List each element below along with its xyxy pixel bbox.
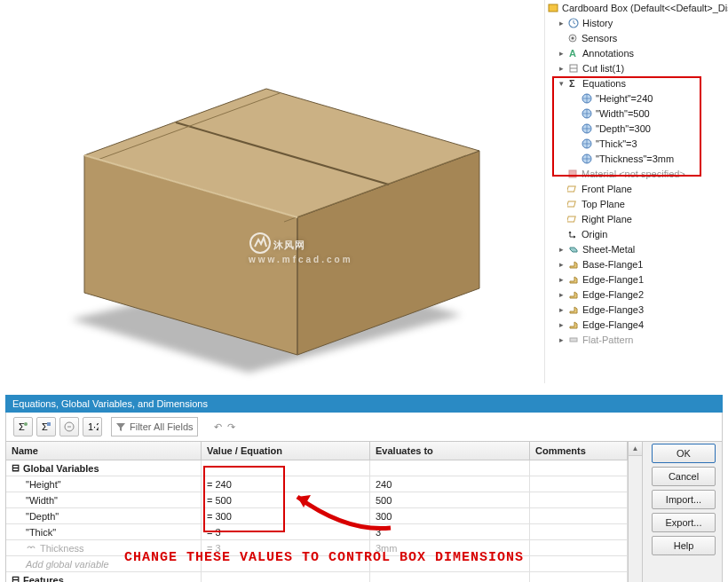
svg-rect-31 — [47, 422, 51, 426]
eq-view3-button[interactable] — [59, 417, 79, 436]
flatpattern-icon — [567, 334, 580, 346]
svg-point-13 — [572, 36, 574, 39]
import-button[interactable]: Import... — [652, 490, 716, 509]
chevron-icon[interactable]: ▸ — [558, 320, 566, 329]
svg-text:Σ: Σ — [19, 421, 25, 432]
svg-rect-27 — [570, 338, 577, 342]
cutlist-icon — [567, 62, 580, 75]
sheetmetal-icon — [567, 243, 580, 256]
chevron-icon[interactable]: ▸ — [558, 49, 566, 58]
link-icon — [26, 544, 36, 553]
row-height-comment[interactable] — [530, 476, 628, 492]
tree-sensors[interactable]: Sensors — [582, 33, 617, 43]
annotations-icon: A — [567, 47, 580, 59]
plane-icon — [566, 213, 579, 225]
tree-annotations[interactable]: Annotations — [582, 48, 634, 59]
scrollbar[interactable]: ▲ — [628, 442, 642, 582]
svg-rect-26 — [567, 216, 575, 222]
tree-edge-flange1[interactable]: Edge-Flange1 — [582, 274, 644, 285]
plane-icon — [566, 198, 579, 210]
chevron-icon[interactable]: ▸ — [558, 260, 566, 269]
tree-right-plane[interactable]: Right Plane — [582, 214, 632, 224]
flange-icon — [567, 303, 580, 316]
box-render — [0, 0, 544, 383]
dialog-buttons: OK Cancel Import... Export... Help — [652, 444, 716, 555]
export-button[interactable]: Export... — [652, 513, 716, 532]
svg-rect-10 — [549, 4, 558, 12]
col-name[interactable]: Name — [6, 442, 202, 460]
sensors-icon — [566, 32, 579, 44]
chevron-icon[interactable]: ▸ — [558, 245, 566, 254]
highlight-equations — [552, 76, 701, 177]
plane-icon — [566, 183, 579, 195]
row-depth-comment[interactable] — [530, 508, 628, 524]
feature-tree[interactable]: Cardboard Box (Default<<Default>_Displa … — [544, 0, 728, 383]
highlight-values — [203, 466, 285, 532]
row-height-name[interactable]: "Height" — [6, 476, 202, 492]
flange-icon — [567, 273, 580, 286]
filter-icon — [115, 421, 126, 432]
row-depth-name[interactable]: "Depth" — [6, 508, 202, 524]
chevron-icon[interactable]: ▸ — [558, 275, 566, 284]
svg-text:A: A — [569, 48, 576, 59]
panel-title: Equations, Global Variables, and Dimensi… — [5, 395, 723, 413]
row-thickness-comment[interactable] — [530, 540, 628, 556]
origin-icon — [566, 228, 579, 240]
row-width-comment[interactable] — [530, 492, 628, 508]
chevron-icon[interactable]: ▸ — [558, 335, 566, 344]
tree-base-flange[interactable]: Base-Flange1 — [582, 259, 644, 270]
panel-toolbar: Σ Σ 1·2 Filter All Fields ↶ ↷ — [5, 413, 723, 442]
sect-features[interactable]: Features — [23, 575, 64, 583]
tree-cutlist[interactable]: Cut list(1) — [582, 63, 624, 74]
svg-rect-25 — [567, 201, 575, 207]
ok-button[interactable]: OK — [652, 444, 716, 463]
eq-view2-button[interactable]: Σ — [36, 417, 56, 436]
help-button[interactable]: Help — [652, 536, 716, 555]
col-eval[interactable]: Evaluates to — [370, 442, 530, 460]
row-width-name[interactable]: "Width" — [6, 492, 202, 508]
eq-view4-button[interactable]: 1·2 — [83, 417, 102, 436]
eq-view1-button[interactable]: Σ — [13, 417, 33, 436]
flange-icon — [567, 319, 580, 331]
chevron-icon[interactable]: ▸ — [558, 19, 566, 28]
history-icon — [567, 17, 580, 29]
filter-input[interactable]: Filter All Fields — [111, 417, 198, 436]
tree-history[interactable]: History — [582, 18, 613, 28]
row-thick-name[interactable]: "Thick" — [6, 524, 202, 540]
col-value[interactable]: Value / Equation — [202, 442, 370, 460]
tree-front-plane[interactable]: Front Plane — [582, 184, 632, 194]
tree-origin[interactable]: Origin — [582, 229, 607, 240]
svg-point-29 — [24, 422, 28, 426]
flange-icon — [567, 258, 580, 271]
cancel-button[interactable]: Cancel — [652, 467, 716, 486]
row-thick-comment[interactable] — [530, 524, 628, 540]
svg-rect-24 — [567, 186, 575, 192]
tree-sheetmetal[interactable]: Sheet-Metal — [582, 244, 635, 255]
chevron-icon[interactable]: ▸ — [558, 290, 566, 299]
row-thickness-name[interactable]: Thickness — [40, 543, 84, 554]
tree-edge-flange3[interactable]: Edge-Flange3 — [582, 304, 644, 315]
svg-text:Σ: Σ — [42, 421, 48, 432]
scroll-up-icon[interactable]: ▲ — [629, 442, 642, 456]
flange-icon — [567, 288, 580, 301]
redo-icon[interactable]: ↷ — [227, 421, 235, 433]
col-comments[interactable]: Comments — [530, 442, 628, 460]
chevron-icon[interactable]: ▸ — [558, 305, 566, 314]
svg-text:1·2: 1·2 — [88, 421, 99, 432]
part-icon — [547, 2, 559, 14]
callout-arrow-icon — [284, 479, 400, 541]
filter-placeholder: Filter All Fields — [130, 421, 194, 432]
callout-text: CHANGE THESE VALUES TO CONTROL BOX DIMEN… — [124, 550, 524, 565]
tree-edge-flange4[interactable]: Edge-Flange4 — [582, 319, 644, 330]
tree-edge-flange2[interactable]: Edge-Flange2 — [582, 289, 644, 300]
root-label: Cardboard Box (Default<<Default>_Displa — [562, 3, 728, 13]
tree-top-plane[interactable]: Top Plane — [582, 199, 625, 209]
sect-globals[interactable]: Global Variables — [23, 463, 99, 474]
undo-icon[interactable]: ↶ — [214, 421, 222, 433]
tree-flat-pattern[interactable]: Flat-Pattern — [582, 334, 633, 345]
chevron-icon[interactable]: ▸ — [558, 64, 566, 73]
model-viewport[interactable]: 沐风网 www.mfcad.com — [0, 0, 544, 383]
